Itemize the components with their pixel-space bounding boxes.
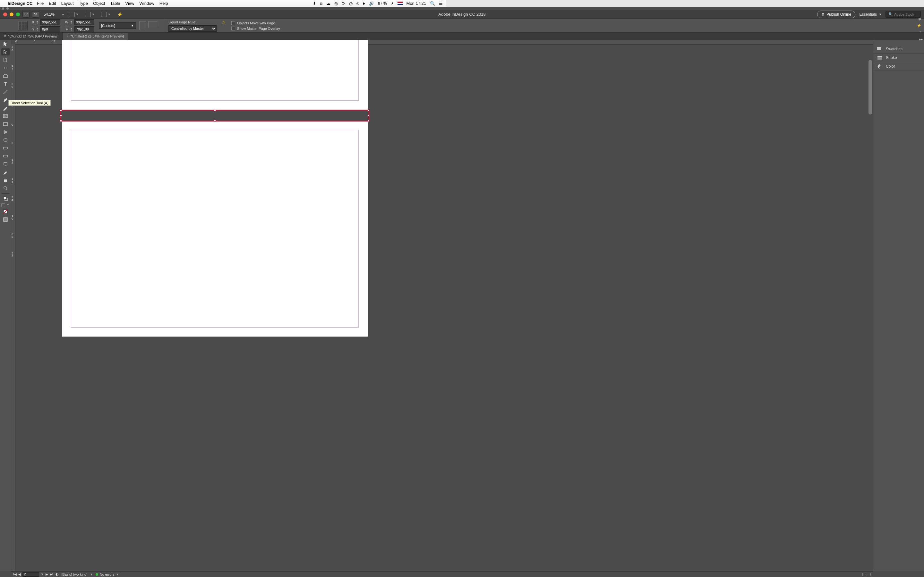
cloud-icon[interactable]: ☁︎ [326,1,330,6]
pasteboard[interactable] [15,45,446,278]
objects-move-checkbox[interactable]: Objects Move with Page [231,21,280,25]
page-preset-dropdown[interactable]: [Custom]▼ [99,23,136,29]
flag-icon[interactable] [397,2,403,5]
warning-icon[interactable]: ⚠ [222,20,226,24]
w-input[interactable] [74,19,94,25]
x-input[interactable] [40,19,60,25]
doc-tab-untitled[interactable]: ×*Untitled-2 @ 54% [GPU Preview] [63,33,128,40]
selected-frame[interactable] [60,110,369,121]
gpu-perf-icon[interactable]: ⚡ [117,12,123,17]
menu-type[interactable]: Type [79,1,88,6]
close-button[interactable] [3,13,7,16]
spinner-icon[interactable]: ▲▼ [70,27,73,32]
bluetooth-icon[interactable]: ⎋ [357,1,359,6]
menu-help[interactable]: Help [160,1,168,6]
main-area: T Direct Selection Tool (A) 6 0 6 12 18 … [0,40,446,278]
wifi-icon[interactable]: ⧳ [363,1,365,6]
h-input[interactable] [74,26,94,32]
status-icon[interactable]: ⬇︎ [312,1,316,6]
document-canvas[interactable]: 6 0 6 12 18 24 30 36 42 48 54 60 66 72 7… [11,40,446,278]
menu-view[interactable]: View [126,1,134,6]
page-1[interactable] [62,40,368,110]
zoom-button[interactable] [16,13,20,16]
preset-value: [Custom] [101,24,115,27]
battery-icon[interactable]: ⚡︎ [391,1,394,6]
gap-tool[interactable] [1,64,10,71]
volume-icon[interactable]: 🔊 [369,1,374,6]
gradient-feather-tool[interactable] [1,153,10,160]
menu-file[interactable]: File [37,1,44,6]
menu-object[interactable]: Object [93,1,105,6]
view-mode-button[interactable] [1,216,10,223]
apply-color-button[interactable] [1,208,10,215]
rectangle-tool[interactable] [1,121,10,127]
stock-button[interactable]: St [32,11,39,18]
clock-icon[interactable]: ◷ [349,1,352,6]
notification-center-icon[interactable]: ☰ [439,1,443,6]
y-label: Y: [31,27,35,31]
tab-close-icon[interactable] [2,7,4,10]
close-icon[interactable]: × [4,34,6,39]
menu-window[interactable]: Window [140,1,154,6]
free-transform-tool[interactable] [1,137,10,143]
window-title: Adobe InDesign CC 2018 [438,12,446,17]
portrait-button[interactable] [139,21,146,30]
eyedropper-tool[interactable] [1,169,10,176]
arrange-docs[interactable]: ▼ [101,12,113,17]
scissors-tool[interactable] [1,129,10,135]
tools-panel: T [0,40,11,278]
bridge-button[interactable]: Br [23,11,29,18]
format-container-button[interactable] [1,203,5,207]
doc-tab-cv[interactable]: ×*CV.indd @ 75% [GPU Preview] [0,33,63,40]
battery-percent[interactable]: 97 % [378,1,387,6]
content-collector-tool[interactable] [1,73,10,79]
vertical-ruler[interactable]: 48 54 60 66 0 6 12 18 24 30 36 42 [11,45,15,278]
page-2[interactable] [62,121,368,278]
menubar-clock[interactable]: Mon 17:21 [407,1,426,6]
app-name[interactable]: InDesign CC [8,1,32,6]
dropbox-icon[interactable]: ⧈ [320,1,322,6]
reference-point-grid[interactable] [18,21,27,31]
direct-selection-tool[interactable] [1,48,10,55]
note-tool[interactable] [1,161,10,168]
window-tab-strip [0,7,446,10]
fill-stroke-swap[interactable] [1,195,10,202]
spinner-icon[interactable]: ▲▼ [70,19,73,25]
spotlight-icon[interactable]: 🔍 [430,1,435,6]
spinner-icon[interactable]: ▲▼ [36,27,39,32]
y-input[interactable] [40,26,60,32]
format-text-button[interactable]: T [6,203,10,207]
tab-label: *Untitled-2 @ 54% [GPU Preview] [71,34,124,38]
svg-rect-8 [3,155,7,157]
gradient-swatch-tool[interactable] [1,145,10,152]
page-tool[interactable] [1,56,10,63]
spinner-icon[interactable]: ▲▼ [36,19,39,25]
selection-tool[interactable] [1,40,10,47]
hand-tool[interactable] [1,177,10,184]
tab-new-icon[interactable] [6,7,9,10]
document-tabs: ×*CV.indd @ 75% [GPU Preview] ×*Untitled… [0,33,446,40]
zoom-level[interactable]: 54,1%▼ [44,12,65,17]
checkbox-icon [231,21,235,25]
line-tool[interactable] [1,89,10,95]
liquid-rule-dropdown[interactable]: Controlled by Master [168,25,216,32]
w-label: W: [65,20,69,24]
menu-table[interactable]: Table [110,1,120,6]
rectangle-frame-tool[interactable] [1,113,10,119]
divider [165,20,165,31]
cc-icon[interactable]: ◎ [334,1,338,6]
sync-icon[interactable]: ⟳ [342,1,345,6]
minimize-button[interactable] [10,13,13,16]
view-options-1[interactable]: ▼ [69,12,81,17]
close-icon[interactable]: × [66,34,69,39]
wh-fields: W:▲▼ H:▲▼ [65,19,94,32]
zoom-tool[interactable] [1,185,10,192]
menu-edit[interactable]: Edit [49,1,56,6]
menu-layout[interactable]: Layout [61,1,74,6]
landscape-button[interactable] [148,21,157,28]
type-tool[interactable] [1,81,10,87]
app-titlebar: Br St 54,1%▼ ▼ ▼ ▼ ⚡ Adobe InDesign CC 2… [0,10,446,19]
master-overlay-checkbox[interactable]: Show Master Page Overlay [231,27,280,31]
view-options-2[interactable]: ▼ [85,12,97,17]
checkbox-icon [231,27,235,31]
